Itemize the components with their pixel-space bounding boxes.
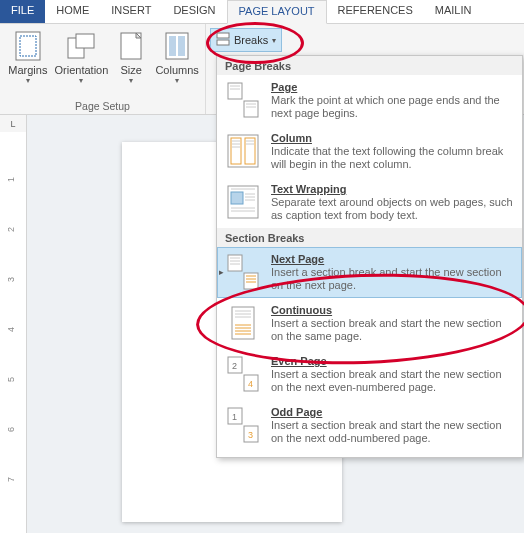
- group-page-setup: Margins Orientation Size: [0, 24, 206, 114]
- svg-rect-6: [169, 36, 176, 56]
- breaks-button[interactable]: Breaks ▾: [210, 28, 282, 52]
- orientation-label: Orientation: [55, 64, 109, 76]
- svg-rect-11: [244, 101, 258, 117]
- menu-item-title: Even Page: [271, 355, 514, 367]
- dropdown-arrow-icon: [79, 78, 83, 85]
- tab-page-layout[interactable]: PAGE LAYOUT: [227, 0, 327, 24]
- svg-rect-3: [76, 34, 94, 48]
- svg-rect-16: [228, 135, 258, 167]
- size-label: Size: [120, 64, 141, 76]
- margins-button[interactable]: Margins: [4, 28, 52, 87]
- menu-item-title: Text Wrapping: [271, 183, 514, 195]
- menu-section-section-breaks: Section Breaks: [217, 228, 522, 247]
- menu-section-page-breaks: Page Breaks: [217, 56, 522, 75]
- orientation-icon: [65, 30, 97, 62]
- svg-text:2: 2: [232, 361, 237, 371]
- tab-mailings[interactable]: MAILIN: [424, 0, 483, 23]
- dropdown-arrow-icon: [129, 78, 133, 85]
- menu-item-even-page[interactable]: 24 Even Page Insert a section break and …: [217, 349, 522, 400]
- dropdown-arrow-icon: [26, 78, 30, 85]
- size-button[interactable]: Size: [111, 28, 151, 87]
- ruler-tick: 4: [6, 327, 16, 332]
- breaks-label: Breaks: [234, 34, 268, 46]
- ruler-tick: 2: [6, 227, 16, 232]
- menu-item-desc: Insert a section break and start the new…: [271, 317, 514, 343]
- columns-icon: [161, 30, 193, 62]
- menu-item-text-wrapping[interactable]: Text Wrapping Separate text around objec…: [217, 177, 522, 228]
- odd-page-break-icon: 13: [225, 406, 261, 444]
- svg-rect-7: [178, 36, 185, 56]
- orientation-button[interactable]: Orientation: [54, 28, 109, 87]
- margins-label: Margins: [8, 64, 47, 76]
- column-break-icon: [225, 132, 261, 170]
- columns-label: Columns: [155, 64, 198, 76]
- menu-item-desc: Insert a section break and start the new…: [271, 368, 514, 394]
- ribbon-tabs: FILE HOME INSERT DESIGN PAGE LAYOUT REFE…: [0, 0, 524, 24]
- ruler-tick: 7: [6, 477, 16, 482]
- breaks-dropdown-menu: Page Breaks Page Mark the point at which…: [216, 55, 523, 458]
- menu-item-title: Next Page: [271, 253, 514, 265]
- svg-text:3: 3: [248, 430, 253, 440]
- menu-item-title: Column: [271, 132, 514, 144]
- dropdown-arrow-icon: [175, 78, 179, 85]
- svg-rect-10: [228, 83, 242, 99]
- menu-item-desc: Mark the point at which one page ends an…: [271, 94, 514, 120]
- submenu-arrow-icon: ▸: [219, 267, 224, 277]
- ruler-tick: 3: [6, 277, 16, 282]
- ruler-tick: 5: [6, 377, 16, 382]
- continuous-break-icon: [225, 304, 261, 342]
- vertical-ruler[interactable]: 1 2 3 4 5 6 7: [0, 132, 27, 533]
- menu-item-column[interactable]: Column Indicate that the text following …: [217, 126, 522, 177]
- svg-text:4: 4: [248, 379, 253, 389]
- page-break-icon: [225, 81, 261, 119]
- breaks-icon: [216, 32, 230, 48]
- menu-item-title: Odd Page: [271, 406, 514, 418]
- svg-rect-25: [231, 192, 243, 204]
- menu-item-desc: Insert a section break and start the new…: [271, 419, 514, 445]
- menu-item-title: Continuous: [271, 304, 514, 316]
- svg-rect-33: [244, 273, 258, 289]
- tab-references[interactable]: REFERENCES: [327, 0, 424, 23]
- columns-button[interactable]: Columns: [153, 28, 201, 87]
- even-page-break-icon: 24: [225, 355, 261, 393]
- ruler-tick: 1: [6, 177, 16, 182]
- svg-rect-9: [217, 40, 229, 45]
- menu-item-desc: Indicate that the text following the col…: [271, 145, 514, 171]
- text-wrapping-break-icon: [225, 183, 261, 221]
- next-page-break-icon: [225, 253, 261, 291]
- tab-insert[interactable]: INSERT: [100, 0, 162, 23]
- svg-text:1: 1: [232, 412, 237, 422]
- tab-design[interactable]: DESIGN: [162, 0, 226, 23]
- menu-item-next-page[interactable]: ▸ Next Page Insert a section break and s…: [217, 247, 522, 298]
- margins-icon: [12, 30, 44, 62]
- menu-item-desc: Separate text around objects on web page…: [271, 196, 514, 222]
- menu-item-odd-page[interactable]: 13 Odd Page Insert a section break and s…: [217, 400, 522, 451]
- chevron-down-icon: ▾: [272, 36, 276, 45]
- svg-rect-8: [217, 33, 229, 38]
- ruler-corner[interactable]: L: [0, 115, 27, 133]
- tab-home[interactable]: HOME: [45, 0, 100, 23]
- menu-item-desc: Insert a section break and start the new…: [271, 266, 514, 292]
- menu-item-title: Page: [271, 81, 514, 93]
- group-title-page-setup: Page Setup: [0, 100, 205, 112]
- menu-item-page[interactable]: Page Mark the point at which one page en…: [217, 75, 522, 126]
- tab-file[interactable]: FILE: [0, 0, 45, 23]
- menu-item-continuous[interactable]: Continuous Insert a section break and st…: [217, 298, 522, 349]
- size-icon: [115, 30, 147, 62]
- ruler-tick: 6: [6, 427, 16, 432]
- svg-rect-32: [228, 255, 242, 271]
